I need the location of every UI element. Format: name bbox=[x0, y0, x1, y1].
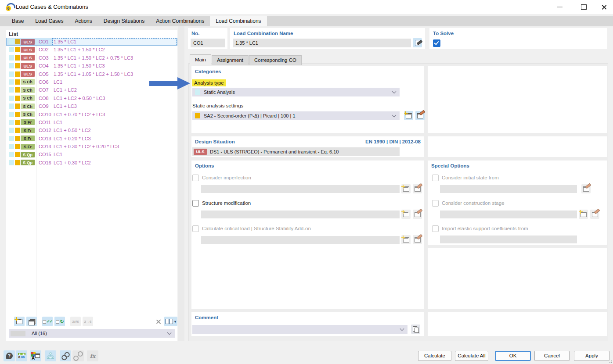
list-item[interactable]: S FrCO11LC1 bbox=[6, 118, 177, 126]
subtab-corresponding-co[interactable]: Corresponding CO bbox=[249, 55, 302, 65]
columns-button[interactable]: ▾ bbox=[164, 317, 177, 326]
display-settings-button[interactable]: A bbox=[30, 350, 41, 361]
tab-actions[interactable]: Actions bbox=[69, 16, 97, 26]
tab-action-combinations[interactable]: Action Combinations bbox=[150, 16, 210, 26]
row-id: CO7 bbox=[39, 86, 49, 94]
analysis-color-swatch bbox=[9, 120, 14, 125]
list-panel: List ULSCO11.35 * LC1ULSCO21.35 * LC1 + … bbox=[6, 30, 177, 341]
calculate-button[interactable]: Calculate bbox=[418, 351, 451, 361]
tab-base[interactable]: Base bbox=[6, 16, 29, 26]
construction-stage-checkbox[interactable] bbox=[432, 200, 439, 207]
calculate-all-button[interactable]: Calculate All bbox=[455, 351, 488, 361]
close-button[interactable] bbox=[596, 0, 611, 14]
renumber-button[interactable]: 2⇄6 bbox=[70, 317, 81, 326]
comment-combobox[interactable] bbox=[192, 325, 407, 334]
edit-imperfection-button bbox=[413, 184, 422, 193]
new-combination-button[interactable] bbox=[14, 317, 25, 326]
design-situation-value[interactable]: ULS DS1 - ULS (STR/GEO) - Permanent and … bbox=[192, 147, 400, 156]
consider-imperfection-checkbox[interactable] bbox=[192, 175, 199, 181]
row-formula: LC1 + 0.30 * LC2 + 0.20 * LC3 bbox=[54, 143, 177, 150]
row-id: CO5 bbox=[39, 70, 49, 78]
invert-selection-button[interactable]: ↻ bbox=[54, 317, 65, 326]
tab-design-situations[interactable]: Design Situations bbox=[98, 16, 150, 26]
row-id: CO15 bbox=[39, 150, 51, 158]
structure-tree-button[interactable] bbox=[45, 350, 56, 361]
row-formula: LC1 bbox=[54, 118, 177, 126]
options-panel: Options Consider imperfection Structure … bbox=[191, 161, 424, 309]
list-item[interactable]: ULSCO41.35 * LC1 + 1.50 * LC3 bbox=[6, 62, 177, 70]
resize-grip[interactable] bbox=[609, 360, 612, 363]
list-item[interactable]: S QpCO16LC1 + 0.30 * LC2 bbox=[6, 159, 177, 167]
maximize-button[interactable] bbox=[576, 0, 591, 14]
check-all-button[interactable]: ✓✓ bbox=[42, 317, 53, 326]
subtab-main[interactable]: Main bbox=[190, 54, 211, 65]
options-heading: Options bbox=[195, 163, 214, 168]
comment-copy-button[interactable] bbox=[411, 325, 420, 334]
no-field: CO1 bbox=[191, 39, 225, 47]
design-situation-heading: Design Situation bbox=[195, 139, 235, 144]
category-color-swatch bbox=[15, 144, 20, 149]
to-solve-checkbox[interactable] bbox=[433, 39, 440, 47]
design-situation-badge: S Ch bbox=[21, 103, 35, 109]
filter-select[interactable]: All (16) bbox=[9, 329, 175, 338]
category-color-swatch bbox=[15, 39, 20, 44]
help-button[interactable]: ? bbox=[4, 350, 15, 361]
category-color-swatch bbox=[15, 87, 20, 93]
subtab-assignment[interactable]: Assignment bbox=[212, 55, 249, 65]
copy-combination-button[interactable] bbox=[26, 317, 37, 326]
name-field[interactable]: 1.35 * LC1 bbox=[233, 39, 411, 47]
elastic-support-checkbox[interactable] bbox=[432, 225, 439, 232]
list-item[interactable]: S ChCO9LC1 + LC3 bbox=[6, 102, 177, 110]
minimize-button[interactable] bbox=[552, 0, 567, 14]
unlink-button[interactable] bbox=[72, 350, 84, 361]
analysis-color-swatch bbox=[9, 96, 14, 101]
design-situation-badge: S Qp bbox=[21, 160, 35, 165]
chevron-down-icon bbox=[392, 89, 397, 94]
list-item[interactable]: S ChCO10LC1 + 0.70 * LC2 + LC3 bbox=[6, 111, 177, 118]
vertical-scrollbar[interactable] bbox=[178, 26, 184, 341]
cancel-button[interactable]: Cancel bbox=[534, 351, 570, 361]
renumber-all-button[interactable]: 2→6 bbox=[83, 317, 93, 326]
units-decimals-button[interactable]: 0.00 bbox=[16, 350, 27, 361]
function-button[interactable]: fx bbox=[87, 350, 98, 361]
list-item[interactable]: S QpCO15LC1 bbox=[6, 150, 177, 158]
list-item[interactable]: S ChCO8LC1 + LC2 + 0.50 * LC3 bbox=[6, 94, 177, 102]
edit-settings-button[interactable] bbox=[415, 111, 425, 120]
list-title: List bbox=[9, 31, 18, 37]
category-color-swatch bbox=[15, 112, 20, 117]
category-color-swatch bbox=[15, 128, 20, 133]
tab-load-cases[interactable]: Load Cases bbox=[29, 16, 69, 26]
static-settings-select[interactable]: SA2 - Second-order (P-Δ) | Picard | 100 … bbox=[192, 111, 400, 120]
list-item[interactable]: ULSCO21.35 * LC1 + 1.50 * LC2 bbox=[6, 46, 177, 54]
name-label: Load Combination Name bbox=[234, 31, 293, 36]
analysis-type-select[interactable]: Static Analysis bbox=[192, 88, 400, 96]
list-item[interactable]: S FrCO13LC1 + 0.20 * LC3 bbox=[6, 135, 177, 143]
filter-color-swatch bbox=[11, 331, 25, 336]
initial-state-checkbox[interactable] bbox=[432, 175, 439, 181]
analysis-color-swatch bbox=[9, 55, 14, 61]
critical-load-checkbox[interactable] bbox=[192, 225, 199, 232]
design-situation-badge: ULS bbox=[21, 39, 35, 45]
list-item[interactable]: S FrCO14LC1 + 0.30 * LC2 + 0.20 * LC3 bbox=[6, 143, 177, 150]
structure-modification-checkbox[interactable] bbox=[192, 200, 199, 207]
main-tab-bar: BaseLoad CasesActionsDesign SituationsAc… bbox=[0, 16, 613, 26]
apply-button[interactable]: Apply bbox=[574, 351, 609, 361]
design-situation-badge: ULS bbox=[21, 63, 35, 69]
row-id: CO9 bbox=[39, 102, 49, 110]
sub-tab-bar: MainAssignmentCorresponding CO bbox=[190, 54, 302, 64]
row-id: CO14 bbox=[39, 143, 51, 150]
name-panel: Load Combination Name 1.35 * LC1 bbox=[230, 28, 425, 49]
tab-load-combinations[interactable]: Load Combinations bbox=[210, 16, 267, 26]
link-button[interactable] bbox=[60, 350, 71, 361]
new-settings-button[interactable] bbox=[404, 111, 413, 120]
list-item[interactable]: ULSCO31.35 * LC1 + 1.50 * LC2 + 0.75 * L… bbox=[6, 54, 177, 62]
design-situation-text: DS1 - ULS (STR/GEO) - Permanent and tran… bbox=[210, 147, 339, 156]
edit-name-button[interactable] bbox=[413, 38, 422, 47]
analysis-color-swatch bbox=[9, 152, 14, 157]
panel-placeholder bbox=[428, 136, 607, 157]
list-item[interactable]: S FrCO12LC1 + 0.50 * LC2 bbox=[6, 126, 177, 134]
list-item[interactable]: ULSCO11.35 * LC1 bbox=[6, 38, 177, 46]
delete-button[interactable] bbox=[153, 317, 163, 326]
ok-button[interactable]: OK bbox=[495, 351, 531, 361]
category-color-swatch bbox=[15, 120, 20, 125]
